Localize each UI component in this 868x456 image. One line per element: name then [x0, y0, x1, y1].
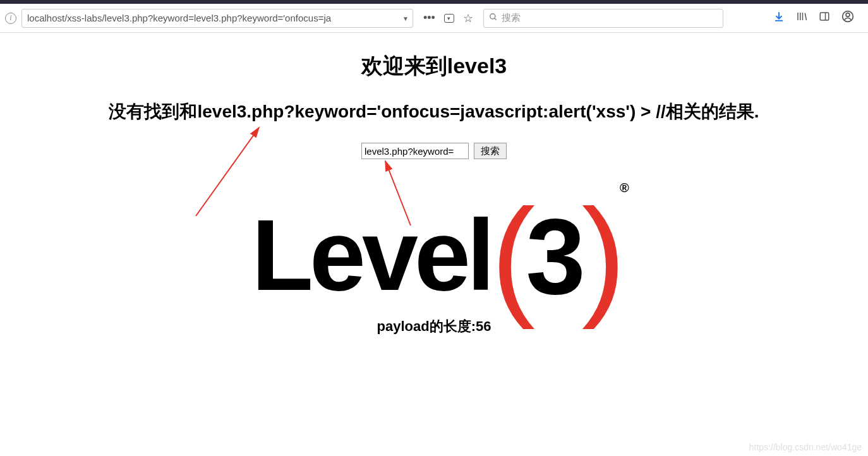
- page-title: 欢迎来到level3: [0, 52, 868, 81]
- url-text: localhost/xss-labs/level3.php?keyword=le…: [27, 13, 331, 23]
- bookmark-star-icon[interactable]: ☆: [463, 11, 473, 25]
- library-icon[interactable]: [796, 11, 807, 25]
- address-bar[interactable]: localhost/xss-labs/level3.php?keyword=le…: [21, 9, 413, 28]
- account-icon[interactable]: [841, 10, 854, 26]
- sidebar-icon[interactable]: [819, 11, 830, 25]
- watermark: https://blog.csdn.net/wo41ge: [749, 442, 862, 452]
- logo-text: Level(3) ®: [251, 178, 617, 311]
- svg-point-11: [846, 13, 850, 17]
- search-button[interactable]: 搜索: [474, 143, 507, 159]
- more-icon[interactable]: •••: [423, 11, 435, 25]
- browser-search-bar[interactable]: 搜索: [483, 9, 723, 28]
- search-form: 搜索: [0, 143, 868, 159]
- site-info-icon[interactable]: i: [5, 13, 16, 24]
- url-dropdown-icon[interactable]: ▼: [402, 15, 409, 21]
- page-content: 欢迎来到level3 没有找到和level3.php?keyword='onfo…: [0, 33, 868, 336]
- reader-icon[interactable]: ▾: [444, 14, 454, 23]
- svg-line-7: [805, 13, 806, 20]
- logo-word: Level: [251, 198, 491, 311]
- payload-length: payload的长度:56: [0, 317, 868, 336]
- url-fade: [380, 9, 399, 27]
- registered-mark: ®: [620, 181, 629, 194]
- search-icon: [489, 13, 498, 23]
- level3-logo: Level(3) ®: [229, 178, 639, 292]
- svg-rect-8: [820, 13, 829, 20]
- search-placeholder: 搜索: [502, 12, 521, 24]
- keyword-input[interactable]: [361, 143, 469, 159]
- svg-line-1: [495, 18, 497, 20]
- logo-paren-right: ): [582, 181, 617, 330]
- logo-paren-left: (: [491, 181, 526, 330]
- browser-toolbar: i localhost/xss-labs/level3.php?keyword=…: [0, 4, 868, 33]
- download-icon[interactable]: [773, 11, 785, 25]
- svg-point-0: [490, 14, 495, 19]
- page-action-icons: ••• ▾ ☆: [418, 11, 478, 25]
- logo-three: 3: [526, 196, 582, 316]
- toolbar-right: [773, 10, 863, 26]
- result-message: 没有找到和level3.php?keyword='onfocus=javascr…: [0, 100, 868, 124]
